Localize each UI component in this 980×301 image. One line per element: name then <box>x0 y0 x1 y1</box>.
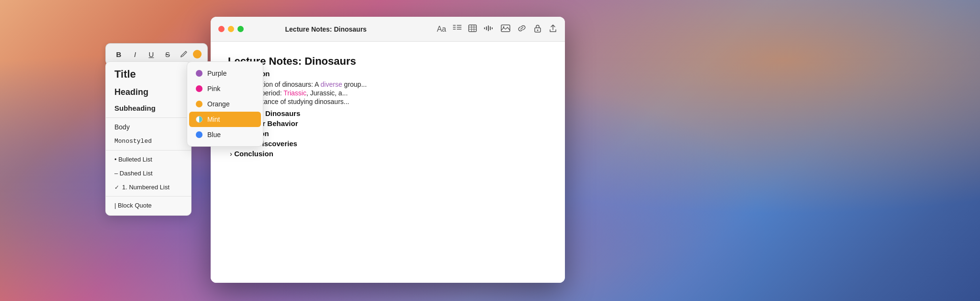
pencil-button[interactable] <box>177 47 191 61</box>
section-fossil[interactable]: Fossil Discoveries <box>230 139 548 148</box>
lock-icon[interactable] <box>533 24 542 35</box>
doc-title: Lecture Notes: Dinosaurs <box>228 55 548 68</box>
highlight-color-button[interactable] <box>193 50 202 58</box>
style-divider-2 <box>106 150 191 150</box>
svg-point-20 <box>537 29 539 31</box>
titlebar: Lecture Notes: Dinosaurs Aa <box>211 17 565 42</box>
highlight-triassic: Triassic <box>283 89 306 97</box>
audio-icon[interactable] <box>484 24 494 34</box>
section-behavior[interactable]: Dinosaur Behavior <box>230 119 548 127</box>
blue-label: Blue <box>207 131 221 139</box>
section-types[interactable]: Types of Dinosaurs <box>230 109 548 117</box>
style-item-title[interactable]: Title <box>106 65 191 84</box>
style-item-dashed[interactable]: – Dashed List <box>106 166 191 180</box>
purple-dot <box>196 70 203 77</box>
color-item-purple[interactable]: Purple <box>189 66 261 81</box>
pink-label: Pink <box>207 85 220 93</box>
style-item-subheading[interactable]: Subheading <box>106 101 191 116</box>
style-item-numbered[interactable]: ✓ 1. Numbered List <box>106 180 191 194</box>
underline-button[interactable]: U <box>144 47 158 61</box>
table-icon[interactable] <box>468 24 477 34</box>
mint-label: Mint <box>207 116 220 123</box>
link-icon[interactable] <box>517 24 527 34</box>
color-item-pink[interactable]: Pink <box>189 81 261 96</box>
svg-rect-3 <box>457 27 462 28</box>
share-icon[interactable] <box>549 24 557 35</box>
numbered-checkmark: ✓ <box>114 184 119 191</box>
purple-label: Purple <box>207 69 226 77</box>
window-title: Lecture Notes: Dinosaurs <box>221 25 431 33</box>
svg-rect-0 <box>453 25 456 26</box>
color-item-blue[interactable]: Blue <box>189 127 261 142</box>
svg-line-18 <box>521 27 523 29</box>
font-icon[interactable]: Aa <box>437 25 446 34</box>
style-dropdown: Title Heading Subheading Body Monostyled… <box>105 61 191 216</box>
orange-dot <box>196 101 203 107</box>
numbered-label: 1. Numbered List <box>122 184 169 191</box>
svg-rect-11 <box>484 27 485 29</box>
color-item-orange[interactable]: Orange <box>189 96 261 112</box>
style-item-bulleted[interactable]: • Bulleted List <box>106 152 191 166</box>
section-conclusion[interactable]: Conclusion <box>230 150 548 158</box>
orange-label: Orange <box>207 100 230 108</box>
style-item-heading[interactable]: Heading <box>106 84 191 101</box>
highlight-diverse: diverse <box>321 81 342 88</box>
mint-dot <box>196 116 203 123</box>
style-divider-1 <box>106 117 191 118</box>
blue-dot <box>196 131 203 138</box>
svg-rect-5 <box>457 29 462 30</box>
main-window: Lecture Notes: Dinosaurs Aa <box>211 17 565 283</box>
intro-item-2: 2. Time period: Triassic, Jurassic, a... <box>237 89 548 97</box>
intro-item-1: 1. Definition of dinosaurs: A diverse gr… <box>237 81 548 88</box>
svg-rect-2 <box>457 25 462 26</box>
italic-button[interactable]: I <box>128 47 142 61</box>
section-extinction[interactable]: Extinction <box>230 129 548 138</box>
svg-rect-13 <box>488 25 489 31</box>
intro-item-3: 3. Importance of studying dinosaurs... <box>237 98 548 105</box>
document-content: Lecture Notes: Dinosaurs Introduction 1.… <box>211 42 565 283</box>
svg-rect-1 <box>453 27 456 28</box>
svg-rect-6 <box>469 25 476 32</box>
list-icon[interactable] <box>453 24 462 34</box>
style-item-body[interactable]: Body <box>106 120 191 134</box>
bold-button[interactable]: B <box>112 47 126 61</box>
svg-rect-4 <box>453 29 456 30</box>
style-item-mono[interactable]: Monostyled <box>106 134 191 148</box>
toolbar-right: Aa <box>437 24 557 35</box>
strikethrough-button[interactable]: S <box>160 47 175 61</box>
svg-rect-15 <box>492 27 493 29</box>
pink-dot <box>196 85 203 92</box>
svg-rect-14 <box>490 26 491 30</box>
svg-rect-12 <box>486 26 487 30</box>
color-item-mint[interactable]: Mint <box>189 112 261 127</box>
image-icon[interactable] <box>501 24 510 34</box>
style-item-blockquote[interactable]: | Block Quote <box>106 198 191 212</box>
style-divider-3 <box>106 196 191 197</box>
section-introduction: Introduction <box>228 69 548 78</box>
color-dropdown: Purple Pink Orange Mint Blue <box>187 61 263 147</box>
